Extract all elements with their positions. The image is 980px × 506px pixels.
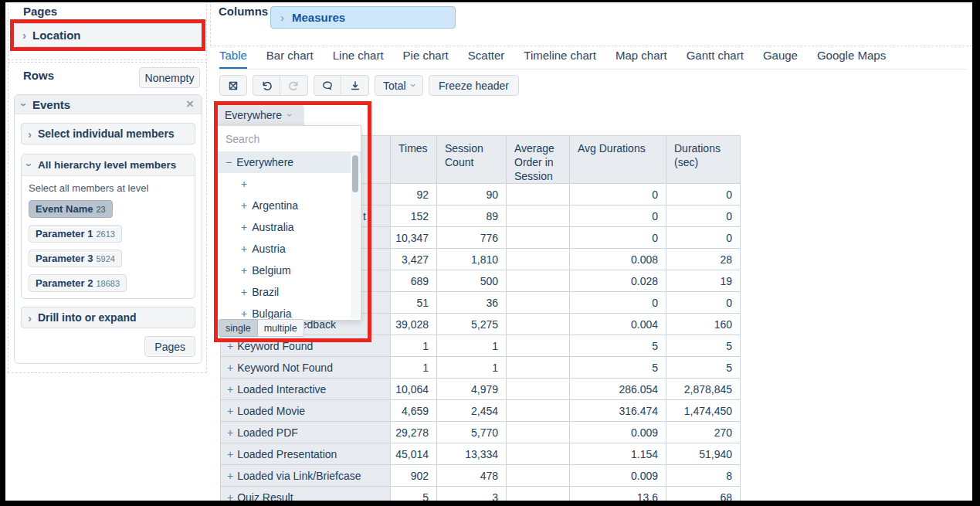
expand-plus-icon[interactable]: + [241, 243, 247, 255]
events-panel-header[interactable]: › Events × [15, 95, 202, 114]
chevron-right-icon: › [28, 128, 32, 140]
expand-plus-icon[interactable]: + [227, 405, 233, 417]
expand-plus-icon[interactable]: + [227, 426, 233, 439]
cell-value: 0 [570, 184, 666, 205]
cell-value: 10,347 [391, 227, 437, 249]
row-label-text: Keyword Not Found [237, 362, 333, 374]
cell-value [507, 422, 570, 443]
expand-plus-icon[interactable]: + [241, 307, 247, 320]
freeze-header-button[interactable]: Freeze header [429, 75, 519, 96]
expand-plus-icon[interactable]: + [227, 362, 233, 374]
tab-pie-chart[interactable]: Pie chart [403, 49, 449, 69]
expand-plus-icon[interactable]: + [227, 491, 233, 501]
expand-plus-icon[interactable]: + [241, 264, 247, 277]
cell-value: 2,878,845 [666, 379, 741, 400]
dropdown-option-everywhere[interactable]: −Everywhere [218, 151, 361, 173]
cell-value: 28 [666, 249, 741, 270]
tab-google-maps[interactable]: Google Maps [817, 49, 886, 69]
level-chip-parameter-2[interactable]: Parameter 218683 [29, 274, 127, 292]
collapse-minus-icon[interactable]: − [226, 156, 232, 168]
hierarchy-panel-header[interactable]: › All hierarchy level members [22, 155, 195, 176]
download-icon[interactable] [341, 75, 369, 96]
cell-value: 0 [570, 292, 666, 314]
row-label-quiz-result[interactable]: +Quiz Result [221, 487, 391, 501]
close-icon[interactable]: × [186, 97, 194, 112]
tab-timeline-chart[interactable]: Timeline chart [524, 49, 596, 69]
level-chip-row: Event Name23 [29, 200, 188, 218]
redo-icon[interactable] [280, 75, 308, 96]
expand-plus-icon[interactable]: + [241, 199, 247, 212]
mode-single-button[interactable]: single [219, 319, 258, 337]
expand-plus-icon[interactable]: + [227, 340, 233, 352]
undo-icon[interactable] [253, 75, 280, 96]
search-input[interactable] [218, 126, 361, 151]
tab-map-chart[interactable]: Map chart [615, 49, 667, 69]
pages-item-location[interactable]: › Location [14, 23, 202, 47]
nonempty-button[interactable]: Nonempty [139, 67, 200, 88]
cell-value: 5 [570, 335, 666, 357]
row-label-loaded-via-link-briefcase[interactable]: +Loaded via Link/Briefcase [221, 465, 391, 487]
tab-gauge[interactable]: Gauge [763, 49, 798, 69]
dropdown-option-argentina[interactable]: +Argentina [218, 195, 361, 216]
cell-value: 5,275 [437, 314, 507, 335]
dropdown-option-belgium[interactable]: +Belgium [218, 260, 361, 281]
level-chip-label: Event Name [36, 203, 93, 215]
select-individual-members[interactable]: › Select individual members [21, 123, 195, 144]
cell-value [507, 292, 570, 314]
tab-gantt-chart[interactable]: Gantt chart [687, 49, 744, 69]
row-label-loaded-interactive[interactable]: +Loaded Interactive [221, 379, 391, 400]
comment-icon[interactable] [314, 75, 341, 96]
scrollbar-thumb[interactable] [352, 155, 358, 192]
undo-redo-group [253, 75, 308, 96]
level-chip-event-name[interactable]: Event Name23 [29, 200, 113, 218]
location-filter-button[interactable]: Everywhere › [217, 105, 304, 125]
expand-plus-icon[interactable]: + [227, 470, 233, 482]
row-label-keyword-found[interactable]: +Keyword Found [221, 335, 391, 357]
level-chip-parameter-3[interactable]: Parameter 35924 [29, 250, 122, 267]
cell-value: 152 [391, 205, 437, 227]
row-label-loaded-presentation[interactable]: +Loaded Presentation [221, 443, 391, 465]
tab-table[interactable]: Table [219, 49, 247, 69]
column-header-avg-durations: Avg Durations [570, 136, 666, 184]
cell-value: 36 [437, 292, 507, 314]
level-chip-label: Parameter 1 [36, 228, 93, 239]
expand-icon[interactable] [219, 75, 247, 96]
expand-plus-icon[interactable]: + [227, 448, 233, 460]
cell-value: 0 [666, 184, 741, 205]
hierarchy-hint: Select all members at level [29, 182, 188, 194]
mode-multiple-button[interactable]: multiple [258, 319, 304, 337]
dropdown-option-australia[interactable]: +Australia [218, 216, 361, 238]
screenshot-frame: Pages › Location Rows Nonempty › Events … [0, 0, 980, 506]
dropdown-option-bulgaria[interactable]: +Bulgaria [218, 303, 361, 321]
dropdown-option-label: Belgium [252, 264, 291, 277]
location-filter-label: Everywhere [225, 109, 282, 121]
drill-into-or-expand[interactable]: › Drill into or expand [21, 307, 195, 328]
cell-value: 160 [666, 314, 741, 335]
dropdown-option-austria[interactable]: +Austria [218, 238, 361, 260]
cell-value: 1 [391, 335, 437, 357]
cell-value: 45,014 [391, 443, 437, 465]
total-dropdown[interactable]: Total › [375, 75, 423, 96]
tab-line-chart[interactable]: Line chart [333, 49, 384, 69]
cell-value: 5 [391, 487, 437, 501]
hierarchy-panel-body: Select all members at level Event Name23… [22, 176, 195, 299]
dropdown-option-blank[interactable]: + [218, 173, 361, 195]
row-label-loaded-pdf[interactable]: +Loaded PDF [221, 422, 391, 443]
level-chip-parameter-1[interactable]: Parameter 12613 [29, 225, 122, 243]
dropdown-option-brazil[interactable]: +Brazil [218, 281, 361, 303]
tab-bar-chart[interactable]: Bar chart [266, 49, 314, 69]
row-label-loaded-movie[interactable]: +Loaded Movie [221, 400, 391, 422]
cell-value: 3 [437, 487, 507, 501]
cell-value: 689 [391, 270, 437, 292]
chevron-down-icon: › [407, 83, 419, 87]
expand-plus-icon[interactable]: + [241, 286, 247, 298]
expand-plus-icon[interactable]: + [241, 178, 247, 190]
expand-plus-icon[interactable]: + [227, 383, 233, 396]
row-label-keyword-not-found[interactable]: +Keyword Not Found [221, 357, 391, 379]
expand-plus-icon[interactable]: + [241, 221, 247, 233]
level-chip-list: Event Name23Parameter 12613Parameter 359… [29, 200, 188, 292]
pages-button[interactable]: Pages [144, 336, 195, 357]
tab-scatter[interactable]: Scatter [468, 49, 505, 69]
column-header-average-order-in-session: Average Order in Session [507, 136, 570, 184]
measures-chip[interactable]: › Measures [270, 6, 456, 29]
